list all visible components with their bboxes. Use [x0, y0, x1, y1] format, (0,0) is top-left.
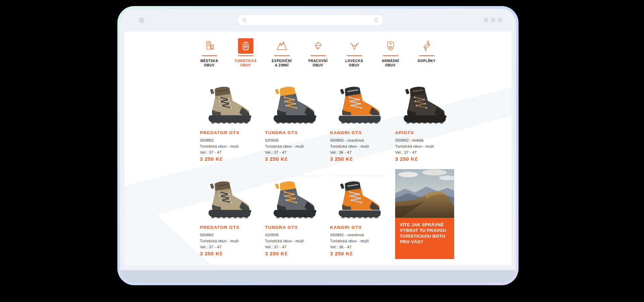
backpack-icon [238, 38, 253, 54]
product-title[interactable]: TUNDRA GTX [265, 225, 324, 230]
product-sku: S20505 [265, 232, 324, 238]
product-sku: S50862 - hnědá [395, 137, 454, 143]
nav-underline [419, 55, 434, 56]
mountain-landscape-photo [395, 169, 454, 218]
nav-item-doplnky[interactable]: DOPLŇKY [411, 38, 443, 67]
nav-underline [274, 55, 289, 56]
product-title[interactable]: KANGRI GTX [330, 225, 389, 230]
product-image [200, 176, 259, 222]
product-category: Turistická obuv - muži [395, 143, 454, 149]
nav-label: TURISTICKÁOBUV [234, 59, 257, 67]
product-title[interactable]: PREDATOR GTX [200, 130, 259, 135]
nav-label: MĚSTSKÁOBUV [200, 59, 218, 67]
product-sku: S50862 - oranžová [330, 137, 389, 143]
product-price: 3 250 Kč [330, 251, 353, 257]
product-grid: PREDATOR GTX S50862 Turistická obuv - mu… [200, 82, 454, 265]
product-title[interactable]: PREDATOR GTX [200, 225, 259, 230]
product-image [200, 82, 259, 127]
reload-icon[interactable] [374, 17, 379, 23]
product-sku: S50862 [200, 137, 259, 143]
product-card[interactable]: PREDATOR GTX S50862 Turistická obuv - mu… [200, 82, 259, 176]
product-price: 3 250 Kč [395, 156, 418, 162]
product-image [330, 176, 389, 222]
browser-toolbar [120, 9, 516, 32]
browser-window: MĚSTSKÁOBUV [120, 9, 516, 283]
product-sku: S50862 - oranžová [330, 232, 389, 238]
product-image [265, 82, 324, 127]
product-meta: S50862 - hnědá Turistická obuv - muži Ve… [395, 137, 454, 155]
product-category: Turistická obuv - muži [200, 238, 259, 244]
product-price: 3 250 Kč [330, 156, 353, 162]
nav-label: LOVECKÁOBUV [345, 59, 363, 67]
promo-banner[interactable]: VÍTE JAK SPRÁVNĚ VYBRAT TU PRAVOU TURIST… [395, 169, 454, 259]
product-price: 3 250 Kč [265, 156, 288, 162]
product-price: 3 250 Kč [265, 251, 288, 257]
nav-item-mestska-obuv[interactable]: MĚSTSKÁOBUV [194, 38, 225, 67]
product-card[interactable]: TUNDRA GTX S20505 Turistická obuv - muži… [265, 176, 324, 265]
nav-item-lovecka-obuv[interactable]: LOVECKÁOBUV [338, 38, 370, 67]
product-card[interactable]: KANGRI GTX S50862 - oranžová Turistická … [330, 82, 389, 176]
product-meta: S50862 Turistická obuv - muži Vel.: 37 -… [200, 137, 259, 155]
category-nav: MĚSTSKÁOBUV [194, 38, 443, 67]
nav-label: ARMÁDNÍOBUV [382, 59, 399, 67]
product-sizes: Vel.: 37 - 47 [265, 149, 324, 155]
mountains-icon [274, 38, 289, 54]
pocket-knife-icon [419, 38, 434, 54]
product-sizes: Vel.: 37 - 47 [265, 244, 324, 250]
product-sizes: Vel.: 37 - 47 [200, 244, 259, 250]
product-category: Turistická obuv - muži [265, 238, 324, 244]
browser-menu-dots[interactable] [484, 18, 502, 22]
deer-icon [346, 38, 362, 54]
nav-underline [238, 55, 253, 56]
nav-label: PRACOVNÍOBUV [308, 59, 328, 67]
product-category: Turistická obuv - muži [330, 143, 389, 149]
product-image [395, 82, 454, 127]
city-buildings-icon [202, 38, 217, 54]
address-bar[interactable] [238, 15, 383, 25]
page-content: MĚSTSKÁOBUV [124, 32, 512, 265]
product-card[interactable]: KANGRI GTX S50862 - oranžová Turistická … [330, 176, 389, 265]
product-price: 3 250 Kč [200, 156, 223, 162]
search-input[interactable] [250, 17, 371, 23]
tablet-frame: MĚSTSKÁOBUV [117, 6, 519, 285]
product-image [330, 82, 389, 127]
product-card[interactable]: APIGTX S50862 - hnědá Turistická obuv - … [395, 82, 454, 176]
nav-underline [202, 55, 217, 56]
product-category: Turistická obuv - muži [330, 238, 389, 244]
product-meta: S50862 Turistická obuv - muži Vel.: 37 -… [200, 232, 259, 250]
product-sizes: Vel.: 36 - 47 [330, 244, 389, 250]
tablet-bottom-bezel [120, 270, 516, 283]
product-card[interactable]: TUNDRA GTX S20505 Turistická obuv - muži… [265, 82, 324, 176]
nav-item-pracovni-obuv[interactable]: PRACOVNÍOBUV [302, 38, 334, 67]
nav-item-turisticka-obuv[interactable]: TURISTICKÁOBUV [230, 38, 262, 67]
product-sku: S50862 [200, 232, 259, 238]
nav-label: DOPLŇKY [418, 59, 435, 63]
nav-label: EXPEDIČNÍA ZIMNÍ [272, 59, 291, 67]
search-icon [242, 18, 247, 22]
product-sizes: Vel.: 36 - 47 [330, 149, 389, 155]
product-card[interactable]: PREDATOR GTX S50862 Turistická obuv - mu… [200, 176, 259, 265]
window-control-dot [139, 17, 145, 23]
product-meta: S50862 - oranžová Turistická obuv - muži… [330, 137, 389, 155]
nav-underline [383, 55, 398, 56]
military-badge-icon [383, 38, 398, 54]
product-title[interactable]: APIGTX [395, 130, 454, 135]
product-category: Turistická obuv - muži [265, 143, 324, 149]
product-meta: S50862 - oranžová Turistická obuv - muži… [330, 232, 389, 250]
product-sizes: Vel.: 37 - 47 [395, 149, 454, 155]
product-title[interactable]: TUNDRA GTX [265, 130, 324, 135]
nav-item-armadni-obuv[interactable]: ARMÁDNÍOBUV [375, 38, 407, 67]
banner-text: VÍTE JAK SPRÁVNĚ VYBRAT TU PRAVOU TURIST… [395, 218, 454, 245]
product-sku: S20505 [265, 137, 324, 143]
nav-underline [310, 55, 326, 56]
product-meta: S20505 Turistická obuv - muži Vel.: 37 -… [265, 137, 324, 155]
product-sizes: Vel.: 37 - 47 [200, 149, 259, 155]
nav-underline [346, 55, 362, 56]
product-category: Turistická obuv - muži [200, 143, 259, 149]
worker-helmet-icon [310, 38, 326, 54]
product-meta: S20505 Turistická obuv - muži Vel.: 37 -… [265, 232, 324, 250]
product-image [265, 176, 324, 222]
nav-item-expedicni-a-zimni[interactable]: EXPEDIČNÍA ZIMNÍ [266, 38, 298, 67]
product-price: 3 250 Kč [200, 251, 223, 257]
product-title[interactable]: KANGRI GTX [330, 130, 389, 135]
